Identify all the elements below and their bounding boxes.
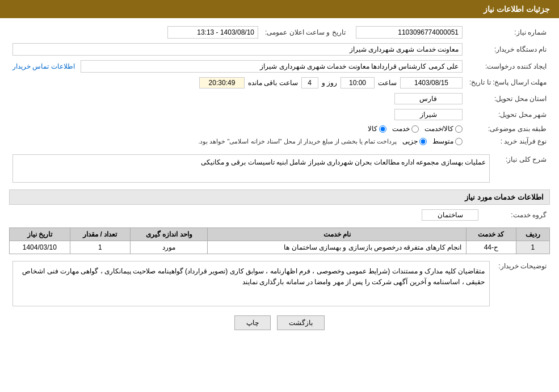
cell-radif: 1 [516, 241, 549, 254]
col-name: نام خدمت [208, 228, 466, 241]
radio-kala-khadamat: کالا/خدمت [424, 125, 463, 133]
col-unit: واحد اندازه گیری [131, 228, 208, 241]
radio-kala-input[interactable] [379, 125, 386, 133]
toseeh-value: متقاضیان کلیه مدارک و مستندات (شرایط عمو… [12, 261, 490, 306]
radio-kala-khadamat-input[interactable] [455, 125, 463, 133]
radio-jozee: جزیی [402, 137, 427, 145]
remaining-value: 20:30:49 [199, 77, 245, 88]
page-container: جزئیات اطلاعات نیاز شماره نیاز: 11030967… [0, 0, 559, 392]
sharh-value: عملیات بهسازی مجموعه اداره مطالعات بحران… [12, 154, 490, 183]
ijad-label: ایجاد کننده درخواست: [466, 58, 550, 75]
cell-tedad: 1 [70, 241, 130, 254]
tarikh-value: 1403/08/10 - 13:13 [167, 26, 258, 39]
shomara-niaz-label: شماره نیاز: [466, 24, 550, 41]
noee-label: نوع فرآیند خرید : [466, 135, 550, 147]
khadamat-section-header: اطلاعات خدمات مورد نیاز [9, 189, 550, 205]
cell-tarikh: 1404/03/10 [10, 241, 70, 254]
remaining-label: ساعت باقی مانده [248, 79, 298, 87]
group-table: گروه خدمت: ساختمان [9, 207, 550, 223]
mohlat-label: مهلت ارسال پاسخ: تا تاریخ: [466, 75, 550, 91]
noee-note: پرداخت تمام یا بخشی از مبلغ خریدار از مح… [198, 138, 397, 145]
cell-unit: مورد [131, 241, 208, 254]
services-table: ردیف کد خدمت نام خدمت واحد اندازه گیری ت… [9, 227, 550, 254]
table-row: 1 ح-44 انجام کارهای متفرقه درخصوص بازساز… [10, 241, 550, 254]
time-label: ساعت [378, 79, 397, 87]
motavasset-label: متوسط [432, 137, 453, 145]
tabe-label: طبقه بندی موضوعی: [466, 123, 550, 135]
nam-dastgah-label: نام دستگاه خریدار: [466, 41, 550, 58]
header-title: جزئیات اطلاعات نیاز [484, 5, 550, 14]
print-button[interactable]: چاپ [234, 315, 271, 330]
col-tedad: تعداد / مقدار [70, 228, 130, 241]
sharh-table: شرح کلی نیاز: عملیات بهسازی مجموعه اداره… [9, 152, 550, 185]
date-value: 1403/08/15 [400, 77, 463, 88]
col-radif: ردیف [516, 228, 549, 241]
ostan-value: فارس [394, 93, 463, 104]
btn-row: بازگشت چاپ [9, 315, 550, 330]
tarikh-label: تاریخ و ساعت اعلان عمومی: [262, 24, 352, 41]
sharh-label: شرح کلی نیاز: [493, 152, 550, 185]
col-code: کد خدمت [466, 228, 516, 241]
back-button[interactable]: بازگشت [277, 315, 325, 330]
toseeh-table: توضیحات خریدار: متقاضیان کلیه مدارک و مس… [9, 259, 550, 309]
time-value: 10:00 [341, 77, 375, 88]
ijad-value: علی کرمی کارشناس قراردادها معاونت خدمات … [81, 60, 463, 73]
radio-khadamat: خدمت [392, 125, 419, 133]
cell-code: ح-44 [466, 241, 516, 254]
shahr-value: شیراز [394, 109, 463, 120]
radio-kala: کالا [368, 125, 386, 133]
radio-jozee-input[interactable] [419, 138, 427, 145]
main-content: شماره نیاز: 1103096774000051 تاریخ و ساع… [0, 18, 559, 343]
radio-motavasset-input[interactable] [455, 138, 463, 145]
noee-radio-group: متوسط جزیی [402, 137, 463, 145]
nam-dastgah-value: معاونت خدمات شهری شهرداری شیراز [12, 43, 463, 56]
shahr-label: شهر محل تحویل: [466, 107, 550, 123]
tabe-radio-group: کالا/خدمت خدمت کالا [12, 125, 463, 133]
info-table-top: شماره نیاز: 1103096774000051 تاریخ و ساع… [9, 24, 550, 147]
col-tarikh: تاریخ نیاز [10, 228, 70, 241]
kala-khadamat-label: کالا/خدمت [424, 125, 453, 133]
radio-motavasset: متوسط [432, 137, 463, 145]
page-header: جزئیات اطلاعات نیاز [0, 0, 559, 18]
group-label: گروه خدمت: [482, 207, 550, 223]
khadamat-label: خدمت [392, 125, 410, 133]
ijad-link[interactable]: اطلاعات تماس خریدار [12, 62, 75, 70]
cell-name: انجام کارهای متفرقه درخصوص بازسازی و بهس… [208, 241, 466, 254]
days-label: روز و [322, 79, 337, 87]
toseeh-label: توضیحات خریدار: [493, 259, 550, 309]
group-value: ساختمان [422, 209, 478, 221]
radio-khadamat-input[interactable] [411, 125, 419, 133]
shomara-niaz-value: 1103096774000051 [356, 26, 463, 39]
ostan-label: استان محل تحویل: [466, 91, 550, 107]
kala-label: کالا [368, 125, 377, 133]
jozee-label: جزیی [402, 137, 418, 145]
days-value: 4 [301, 77, 318, 88]
